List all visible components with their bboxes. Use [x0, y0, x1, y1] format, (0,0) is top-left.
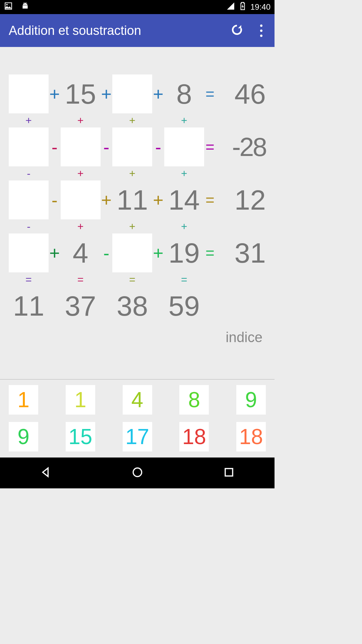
answer-slot[interactable] — [9, 180, 49, 219]
column-result: 11 — [9, 292, 49, 320]
answer-slot[interactable] — [112, 127, 152, 166]
op-plus: + — [164, 168, 204, 179]
answer-slot[interactable] — [61, 127, 101, 166]
svg-rect-4 — [225, 469, 232, 476]
given-number: 15 — [61, 80, 101, 108]
given-number: 19 — [164, 239, 204, 267]
status-time: 19:40 — [250, 2, 270, 12]
given-number: 4 — [61, 239, 101, 267]
op-plus: + — [61, 221, 101, 232]
op-minus: - — [9, 168, 49, 179]
vertical-ops-row: - + + + — [9, 220, 266, 233]
battery-charging-icon — [238, 2, 247, 12]
op-plus: + — [101, 85, 113, 103]
number-tile[interactable]: 1 — [9, 385, 38, 415]
op-plus: + — [152, 85, 164, 103]
op-plus: + — [49, 244, 61, 262]
status-bar: 19:40 — [0, 0, 275, 14]
column-result: 38 — [112, 292, 152, 320]
app-bar: Addition et soustraction — [0, 14, 275, 47]
op-plus: + — [112, 168, 152, 179]
row-result: -28 — [216, 134, 266, 160]
answer-slot[interactable] — [61, 180, 101, 219]
op-plus: + — [61, 168, 101, 179]
vertical-equals-row: = = = = — [9, 273, 266, 286]
equals: = — [9, 274, 49, 285]
given-number: 8 — [164, 80, 204, 108]
given-number: 14 — [164, 186, 204, 214]
number-tile[interactable]: 18 — [236, 422, 266, 451]
answer-slot[interactable] — [9, 233, 49, 272]
vertical-ops-row: - + + + — [9, 167, 266, 180]
refresh-button[interactable] — [231, 23, 243, 38]
vertical-ops-row: + + + + — [9, 114, 266, 127]
row-result: 31 — [216, 239, 266, 267]
gallery-icon — [4, 2, 13, 12]
number-tile[interactable]: 9 — [9, 422, 38, 451]
answer-slot[interactable] — [112, 233, 152, 272]
op-plus: + — [164, 221, 204, 232]
equals: = — [204, 139, 216, 155]
number-tile[interactable]: 9 — [236, 385, 266, 415]
op-plus: + — [164, 115, 204, 126]
op-minus: - — [101, 244, 113, 262]
equals: = — [112, 274, 152, 285]
number-tile[interactable]: 1 — [66, 385, 95, 415]
op-plus: + — [61, 115, 101, 126]
op-plus: + — [101, 191, 113, 209]
number-tile[interactable]: 18 — [179, 422, 209, 451]
column-result: 37 — [61, 292, 101, 320]
equation-row: - + 11 + 14 = 12 — [9, 180, 266, 220]
answer-slot[interactable] — [164, 127, 204, 166]
page-title: Addition et soustraction — [9, 23, 221, 38]
puzzle-area: + 15 + + 8 = 46 + + + + - - - = -28 — [0, 47, 275, 379]
op-plus: + — [152, 191, 164, 209]
op-plus: + — [112, 115, 152, 126]
signal-icon — [226, 2, 235, 12]
op-minus: - — [152, 138, 164, 156]
op-minus: - — [101, 138, 113, 156]
given-number: 11 — [112, 186, 152, 214]
answer-slot[interactable] — [9, 74, 49, 113]
op-minus: - — [49, 191, 61, 209]
row-result: 12 — [216, 186, 266, 214]
answer-slot[interactable] — [112, 74, 152, 113]
equals: = — [204, 245, 216, 261]
home-button[interactable] — [131, 466, 144, 480]
back-button[interactable] — [40, 466, 52, 480]
op-minus: - — [49, 138, 61, 156]
equals: = — [164, 274, 204, 285]
op-plus: + — [112, 221, 152, 232]
recents-button[interactable] — [223, 466, 235, 480]
hint-button[interactable]: indice — [226, 329, 262, 345]
row-result: 46 — [216, 80, 266, 108]
number-tile[interactable]: 15 — [66, 422, 95, 451]
equation-row: - - - = -28 — [9, 127, 266, 167]
android-icon — [21, 2, 29, 12]
op-plus: + — [49, 85, 61, 103]
svg-point-3 — [133, 468, 141, 476]
svg-point-0 — [6, 4, 8, 5]
android-nav-bar — [0, 458, 275, 488]
column-result: 59 — [164, 292, 204, 320]
column-results-row: 11 37 38 59 — [9, 286, 266, 326]
op-plus: + — [9, 115, 49, 126]
equals: = — [204, 192, 216, 208]
overflow-menu-button[interactable] — [257, 24, 266, 37]
answer-slot[interactable] — [9, 127, 49, 166]
op-minus: - — [9, 221, 49, 232]
svg-point-1 — [24, 3, 24, 4]
equation-row: + 15 + + 8 = 46 — [9, 74, 266, 114]
number-palette: 1 1 4 8 9 9 15 17 18 18 — [0, 379, 275, 458]
number-tile[interactable]: 4 — [123, 385, 152, 415]
number-tile[interactable]: 17 — [123, 422, 152, 451]
svg-point-2 — [26, 3, 26, 4]
equals: = — [204, 86, 216, 102]
equals: = — [61, 274, 101, 285]
number-tile[interactable]: 8 — [179, 385, 209, 415]
equation-row: + 4 - + 19 = 31 — [9, 233, 266, 273]
op-plus: + — [152, 244, 164, 262]
